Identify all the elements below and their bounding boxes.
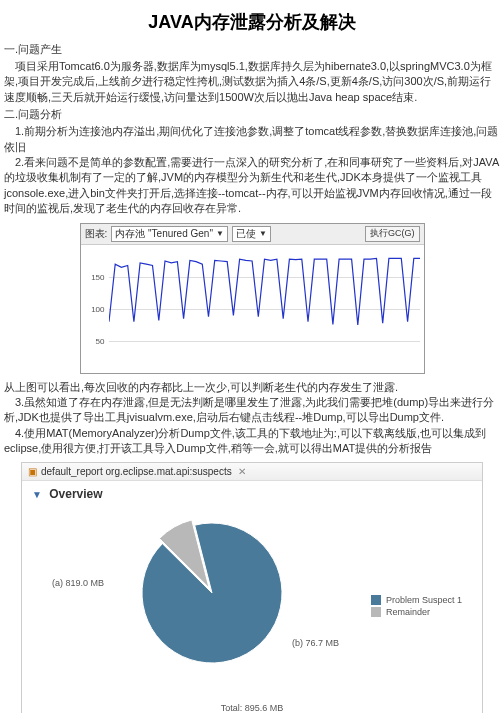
dropdown-value: 内存池 "Tenured Gen" <box>115 227 213 241</box>
chevron-down-icon: ▼ <box>216 229 224 238</box>
memory-pool-dropdown[interactable]: 内存池 "Tenured Gen" ▼ <box>111 226 228 242</box>
section-1-heading: 一.问题产生 <box>4 42 500 57</box>
close-icon[interactable]: ✕ <box>238 466 246 477</box>
paragraph-4: 从上图可以看出,每次回收的内存都比上一次少,可以判断老生代的内存发生了泄露. <box>4 380 500 395</box>
overview-label: Overview <box>49 487 102 501</box>
time-range-dropdown[interactable]: 已使 ▼ <box>232 226 271 242</box>
jconsole-chart: 图表: 内存池 "Tenured Gen" ▼ 已使 ▼ 执行GC(G) 150… <box>80 223 425 374</box>
paragraph-2: 1.前期分析为连接池内存溢出,期间优化了连接池参数,调整了tomcat线程参数,… <box>4 124 500 155</box>
overview-section[interactable]: ▼ Overview <box>22 481 482 503</box>
pie-label-a: (a) 819.0 MB <box>52 578 104 588</box>
paragraph-6: 4.使用MAT(MemoryAnalyzer)分析Dump文件,该工具的下载地址… <box>4 426 500 457</box>
mat-tab-bar: ▣ default_report org.eclipse.mat.api:sus… <box>22 463 482 481</box>
mat-report: ▣ default_report org.eclipse.mat.api:sus… <box>21 462 483 713</box>
legend-label-2: Remainder <box>386 607 430 617</box>
legend-swatch-1 <box>371 595 381 605</box>
report-icon: ▣ <box>28 466 37 477</box>
legend-label-1: Problem Suspect 1 <box>386 595 462 605</box>
pie-label-b: (b) 76.7 MB <box>292 638 339 648</box>
toolbar-label: 图表: <box>85 227 108 241</box>
pie-chart-svg <box>132 513 292 673</box>
mat-tab-label[interactable]: default_report org.eclipse.mat.api:suspe… <box>41 466 232 477</box>
y-tick-150: 150 <box>83 272 105 281</box>
line-chart-svg <box>109 245 420 373</box>
chart-toolbar: 图表: 内存池 "Tenured Gen" ▼ 已使 ▼ 执行GC(G) <box>81 224 424 245</box>
paragraph-3: 2.看来问题不是简单的参数配置,需要进行一点深入的研究分析了,在和同事研究了一些… <box>4 155 500 217</box>
collapse-icon: ▼ <box>32 489 42 500</box>
y-tick-100: 100 <box>83 304 105 313</box>
line-chart-area: 150 100 50 <box>81 245 424 373</box>
pie-legend: Problem Suspect 1 Remainder <box>371 593 462 619</box>
chevron-down-icon: ▼ <box>259 229 267 238</box>
legend-swatch-2 <box>371 607 381 617</box>
pie-chart-area: (a) 819.0 MB (b) 76.7 MB Problem Suspect… <box>22 503 482 703</box>
gc-button[interactable]: 执行GC(G) <box>365 226 420 242</box>
paragraph-5: 3.虽然知道了存在内存泄露,但是无法判断是哪里发生了泄露,为此我们需要把堆(du… <box>4 395 500 426</box>
paragraph-1: 项目采用Tomcat6.0为服务器,数据库为mysql5.1,数据库持久层为hi… <box>4 59 500 105</box>
page-title: JAVA内存泄露分析及解决 <box>0 10 504 34</box>
dropdown-value: 已使 <box>236 227 256 241</box>
section-2-heading: 二.问题分析 <box>4 107 500 122</box>
pie-total: Total: 895.6 MB <box>22 703 482 713</box>
y-tick-50: 50 <box>83 336 105 345</box>
